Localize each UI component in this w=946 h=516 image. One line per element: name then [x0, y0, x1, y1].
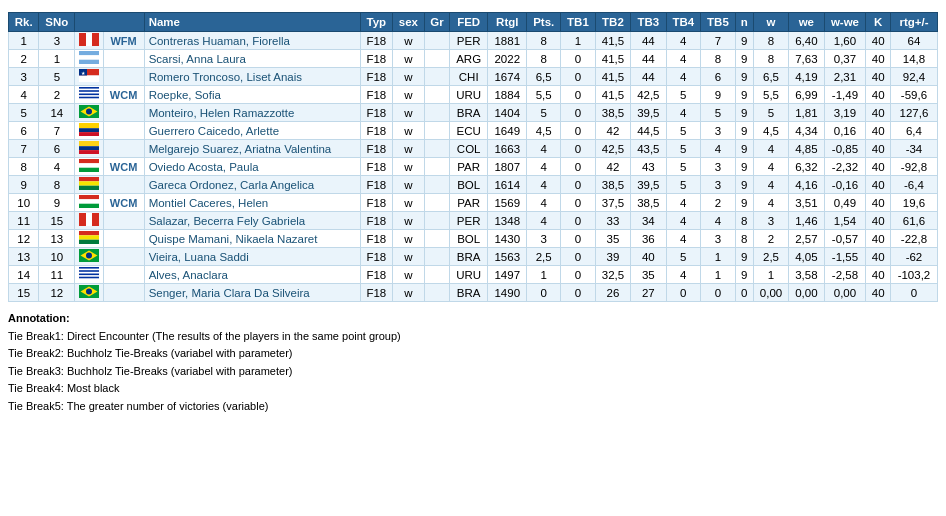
col-tb1: TB1	[561, 13, 596, 32]
cell-fed: PAR	[450, 158, 488, 176]
svg-rect-28	[79, 181, 99, 185]
cell-rtg: -62	[890, 248, 937, 266]
cell-flag	[75, 266, 103, 284]
svg-rect-21	[79, 141, 99, 146]
cell-tb5: 8	[701, 50, 736, 68]
cell-typ: F18	[360, 194, 392, 212]
cell-sex: w	[393, 176, 425, 194]
cell-flag	[75, 194, 103, 212]
cell-gr	[424, 140, 449, 158]
svg-rect-2	[92, 33, 99, 46]
cell-wwe: 1,60	[824, 32, 866, 50]
cell-typ: F18	[360, 50, 392, 68]
cell-pts: 8	[527, 50, 561, 68]
cell-rtgl: 1563	[488, 248, 527, 266]
svg-rect-20	[79, 132, 99, 136]
cell-sex: w	[393, 212, 425, 230]
svg-rect-38	[79, 240, 99, 244]
cell-n: 9	[735, 32, 753, 50]
cell-tb4: 0	[666, 284, 701, 302]
cell-tb4: 4	[666, 50, 701, 68]
cell-sno: 6	[39, 140, 75, 158]
cell-title-label	[103, 212, 144, 230]
svg-point-49	[86, 289, 92, 295]
svg-rect-30	[79, 195, 99, 199]
cell-typ: F18	[360, 284, 392, 302]
cell-typ: F18	[360, 230, 392, 248]
cell-sex: w	[393, 194, 425, 212]
cell-wwe: 0,00	[824, 284, 866, 302]
svg-rect-35	[92, 213, 99, 226]
col-tb5: TB5	[701, 13, 736, 32]
cell-sex: w	[393, 230, 425, 248]
cell-sno: 5	[39, 68, 75, 86]
cell-fed: PER	[450, 32, 488, 50]
cell-pts: 8	[527, 32, 561, 50]
col-w: w	[753, 13, 788, 32]
cell-tb1: 0	[561, 194, 596, 212]
cell-rtg: 61,6	[890, 212, 937, 230]
col-wwe: w-we	[824, 13, 866, 32]
cell-sex: w	[393, 68, 425, 86]
cell-tb1: 0	[561, 68, 596, 86]
cell-tb2: 41,5	[595, 50, 630, 68]
svg-rect-4	[79, 55, 99, 59]
cell-w: 4	[753, 194, 788, 212]
cell-wwe: -0,85	[824, 140, 866, 158]
cell-rk: 12	[9, 230, 39, 248]
cell-title-label	[103, 50, 144, 68]
table-row: 21Scarsi, Anna LauraF18wARG20228041,5444…	[9, 50, 938, 68]
cell-rtgl: 1807	[488, 158, 527, 176]
cell-tb3: 39,5	[631, 176, 666, 194]
cell-tb3: 40	[631, 248, 666, 266]
svg-rect-13	[79, 94, 99, 96]
cell-k: 40	[866, 176, 891, 194]
svg-rect-14	[79, 97, 99, 99]
cell-n: 9	[735, 194, 753, 212]
cell-tb3: 43,5	[631, 140, 666, 158]
annotation-tb4: Tie Break4: Most black	[8, 382, 119, 394]
cell-k: 40	[866, 284, 891, 302]
cell-we: 0,00	[789, 284, 824, 302]
cell-tb5: 3	[701, 176, 736, 194]
cell-sno: 13	[39, 230, 75, 248]
cell-sex: w	[393, 140, 425, 158]
cell-tb1: 0	[561, 176, 596, 194]
cell-title-label: WCM	[103, 158, 144, 176]
cell-sno: 3	[39, 32, 75, 50]
col-sex: sex	[393, 13, 425, 32]
cell-rtg: 0	[890, 284, 937, 302]
cell-rtg: 14,8	[890, 50, 937, 68]
cell-rtg: 6,4	[890, 122, 937, 140]
cell-rk: 5	[9, 104, 39, 122]
cell-flag	[75, 248, 103, 266]
cell-tb2: 38,5	[595, 176, 630, 194]
cell-rtg: 19,6	[890, 194, 937, 212]
cell-wwe: -1,49	[824, 86, 866, 104]
cell-tb2: 42	[595, 158, 630, 176]
cell-tb4: 4	[666, 104, 701, 122]
cell-title-label	[103, 122, 144, 140]
cell-sno: 7	[39, 122, 75, 140]
cell-wwe: -0,16	[824, 176, 866, 194]
cell-tb1: 0	[561, 158, 596, 176]
cell-gr	[424, 122, 449, 140]
cell-title-label	[103, 140, 144, 158]
svg-rect-7	[79, 76, 99, 83]
cell-sex: w	[393, 50, 425, 68]
col-fed: FED	[450, 13, 488, 32]
svg-rect-43	[79, 267, 99, 269]
cell-tb2: 41,5	[595, 68, 630, 86]
cell-fed: URU	[450, 86, 488, 104]
annotation-tb1: Tie Break1: Direct Encounter (The result…	[8, 330, 401, 342]
cell-tb5: 4	[701, 212, 736, 230]
cell-name: Guerrero Caicedo, Arlette	[144, 122, 360, 140]
col-n: n	[735, 13, 753, 32]
cell-w: 5	[753, 104, 788, 122]
cell-title-label	[103, 248, 144, 266]
cell-w: 5,5	[753, 86, 788, 104]
cell-pts: 6,5	[527, 68, 561, 86]
cell-sno: 8	[39, 176, 75, 194]
cell-typ: F18	[360, 122, 392, 140]
cell-wwe: -0,57	[824, 230, 866, 248]
